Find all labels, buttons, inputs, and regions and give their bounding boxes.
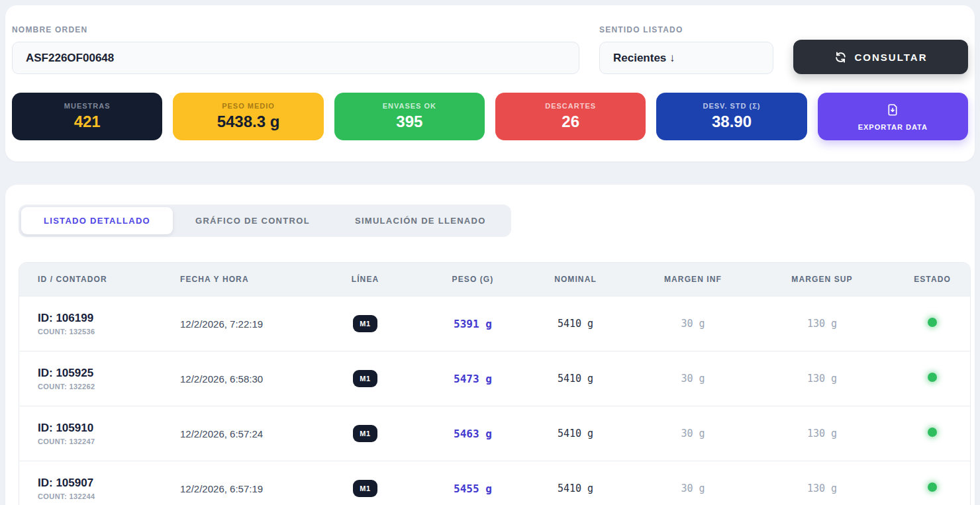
line-badge: M1 bbox=[353, 315, 377, 332]
weight-cell: 5473 g bbox=[430, 373, 516, 385]
status-cell bbox=[893, 428, 971, 439]
stats-row: MUESTRAS 421 PESO MEDIO 5438.3 g ENVASES… bbox=[12, 93, 968, 140]
sort-direction-label: SENTIDO LISTADO bbox=[599, 25, 773, 34]
margin-sup-cell: 130 g bbox=[751, 482, 893, 494]
weight-cell: 5455 g bbox=[430, 482, 516, 495]
export-data-label: EXPORTAR DATA bbox=[858, 123, 928, 131]
sort-direction-select[interactable]: Recientes ↓ bbox=[599, 42, 773, 74]
stat-value: 395 bbox=[396, 113, 422, 131]
sample-count: COUNT: 132536 bbox=[38, 328, 162, 336]
stat-label: DESCARTES bbox=[545, 102, 596, 110]
line-cell: M1 bbox=[301, 370, 430, 387]
datetime-cell: 12/2/2026, 6:58:30 bbox=[162, 373, 301, 385]
nominal-cell: 5410 g bbox=[516, 428, 635, 439]
stat-label: ENVASES OK bbox=[383, 102, 436, 110]
status-ok-dot bbox=[928, 428, 937, 437]
table-row[interactable]: ID: 105925 COUNT: 132262 12/2/2026, 6:58… bbox=[19, 351, 970, 406]
weight-cell: 5463 g bbox=[430, 428, 516, 440]
sample-id: ID: 105925 bbox=[38, 367, 162, 380]
datetime-cell: 12/2/2026, 6:57:24 bbox=[162, 428, 301, 439]
query-form-row: NOMBRE ORDEN ASF226OF00648 SENTIDO LISTA… bbox=[12, 25, 968, 74]
nominal-cell: 5410 g bbox=[516, 318, 635, 330]
sync-icon bbox=[834, 51, 847, 64]
col-header-margen-sup: MARGEN SUP bbox=[751, 275, 893, 284]
col-header-linea: LÍNEA bbox=[301, 275, 430, 284]
consult-button-label: CONSULTAR bbox=[855, 52, 928, 63]
nominal-cell: 5410 g bbox=[516, 373, 635, 385]
col-header-peso: PESO (G) bbox=[430, 275, 516, 284]
stat-value: 38.90 bbox=[712, 113, 752, 131]
status-ok-dot bbox=[928, 373, 937, 382]
status-cell bbox=[893, 318, 971, 330]
line-badge: M1 bbox=[353, 480, 377, 497]
stat-label: DESV. STD (Σ) bbox=[703, 102, 760, 110]
stat-card-descartes: DESCARTES 26 bbox=[495, 93, 646, 140]
tab-simulacion-de-llenado[interactable]: SIMULACIÓN DE LLENADO bbox=[332, 207, 509, 234]
stat-card-peso-medio: PESO MEDIO 5438.3 g bbox=[173, 93, 323, 140]
stat-value: 26 bbox=[562, 113, 579, 131]
col-header-nominal: NOMINAL bbox=[516, 275, 635, 284]
stat-label: PESO MEDIO bbox=[222, 102, 275, 110]
margin-sup-cell: 130 g bbox=[751, 428, 893, 439]
datetime-cell: 12/2/2026, 6:57:19 bbox=[162, 483, 301, 494]
table-header-row: ID / CONTADOR FECHA Y HORA LÍNEA PESO (G… bbox=[19, 263, 970, 296]
table-row[interactable]: ID: 106199 COUNT: 132536 12/2/2026, 7:22… bbox=[19, 296, 970, 351]
id-contador-cell: ID: 105925 COUNT: 132262 bbox=[19, 367, 162, 390]
line-badge: M1 bbox=[353, 425, 377, 442]
tab-grafico-de-control[interactable]: GRÁFICO DE CONTROL bbox=[173, 207, 332, 234]
col-header-estado: ESTADO bbox=[893, 275, 971, 284]
stat-card-envases-ok: ENVASES OK 395 bbox=[334, 93, 485, 140]
stat-label: MUESTRAS bbox=[64, 102, 111, 110]
id-contador-cell: ID: 106199 COUNT: 132536 bbox=[19, 312, 162, 336]
margin-inf-cell: 30 g bbox=[635, 373, 751, 385]
tab-bar: LISTADO DETALLADO GRÁFICO DE CONTROL SIM… bbox=[19, 205, 511, 237]
stat-value: 5438.3 g bbox=[217, 113, 280, 131]
margin-inf-cell: 30 g bbox=[635, 318, 751, 330]
stat-card-desv-std: DESV. STD (Σ) 38.90 bbox=[656, 93, 807, 140]
nominal-cell: 5410 g bbox=[516, 482, 635, 494]
query-panel: NOMBRE ORDEN ASF226OF00648 SENTIDO LISTA… bbox=[5, 5, 975, 161]
sample-id: ID: 105907 bbox=[38, 477, 162, 490]
sample-count: COUNT: 132244 bbox=[38, 492, 162, 500]
id-contador-cell: ID: 105907 COUNT: 132244 bbox=[19, 477, 162, 500]
table-row[interactable]: ID: 105907 COUNT: 132244 12/2/2026, 6:57… bbox=[19, 461, 970, 505]
line-cell: M1 bbox=[301, 425, 430, 442]
margin-sup-cell: 130 g bbox=[751, 318, 893, 330]
results-panel: LISTADO DETALLADO GRÁFICO DE CONTROL SIM… bbox=[5, 185, 975, 505]
weight-cell: 5391 g bbox=[430, 318, 516, 330]
stat-card-muestras: MUESTRAS 421 bbox=[12, 93, 162, 140]
status-cell bbox=[893, 373, 971, 385]
col-header-id-contador: ID / CONTADOR bbox=[19, 275, 162, 284]
status-cell bbox=[893, 482, 971, 494]
order-field-group: NOMBRE ORDEN ASF226OF00648 bbox=[12, 25, 579, 74]
status-ok-dot bbox=[928, 318, 937, 327]
order-name-label: NOMBRE ORDEN bbox=[12, 25, 579, 34]
tab-listado-detallado[interactable]: LISTADO DETALLADO bbox=[21, 207, 173, 234]
sample-count: COUNT: 132262 bbox=[38, 383, 162, 390]
stat-value: 421 bbox=[74, 113, 101, 131]
sort-field-group: SENTIDO LISTADO Recientes ↓ bbox=[599, 25, 773, 74]
sample-count: COUNT: 132247 bbox=[38, 437, 162, 445]
table-row[interactable]: ID: 105910 COUNT: 132247 12/2/2026, 6:57… bbox=[19, 406, 970, 461]
margin-sup-cell: 130 g bbox=[751, 373, 893, 385]
margin-inf-cell: 30 g bbox=[635, 482, 751, 494]
file-download-icon bbox=[885, 103, 900, 119]
status-ok-dot bbox=[928, 482, 937, 492]
sample-id: ID: 106199 bbox=[38, 312, 162, 325]
col-header-fecha-hora: FECHA Y HORA bbox=[162, 275, 301, 284]
id-contador-cell: ID: 105910 COUNT: 132247 bbox=[19, 422, 162, 445]
line-cell: M1 bbox=[301, 480, 430, 497]
margin-inf-cell: 30 g bbox=[635, 428, 751, 439]
line-badge: M1 bbox=[353, 370, 377, 387]
sample-id: ID: 105910 bbox=[38, 422, 162, 435]
line-cell: M1 bbox=[301, 315, 430, 332]
consult-button[interactable]: CONSULTAR bbox=[793, 40, 968, 74]
order-name-input[interactable]: ASF226OF00648 bbox=[12, 42, 579, 74]
datetime-cell: 12/2/2026, 7:22:19 bbox=[162, 318, 301, 330]
export-data-button[interactable]: EXPORTAR DATA bbox=[818, 93, 968, 140]
results-table: ID / CONTADOR FECHA Y HORA LÍNEA PESO (G… bbox=[19, 262, 971, 505]
col-header-margen-inf: MARGEN INF bbox=[635, 275, 751, 284]
